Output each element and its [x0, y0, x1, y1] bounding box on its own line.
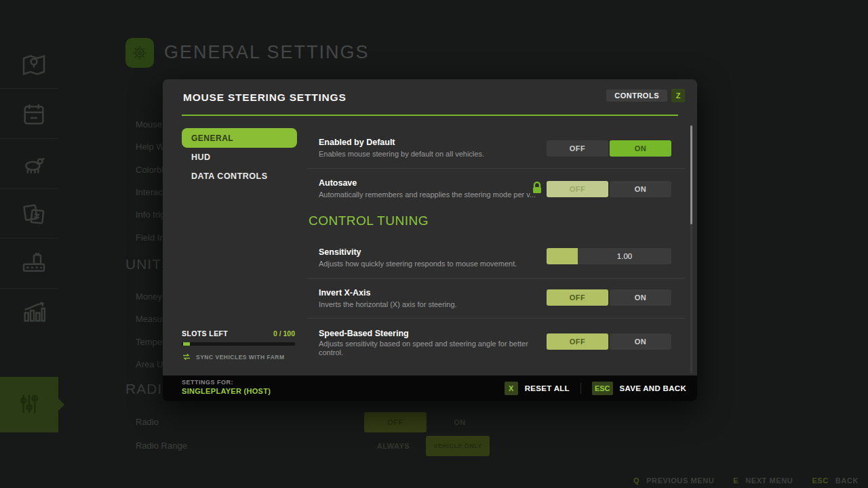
sidebar-divider: [0, 288, 58, 289]
screen-footer: Q PREVIOUS MENU E NEXT MENU ESC BACK: [633, 476, 859, 485]
slider-track: 1.00: [578, 248, 671, 264]
sync-icon: [182, 351, 191, 363]
setting-desc-speed-based-steering: Adjusts sensitivity based on speed and s…: [319, 340, 542, 357]
toggle-on-option[interactable]: ON: [610, 140, 671, 157]
setting-label-speed-based-steering: Speed-Based Steering: [319, 329, 409, 338]
bg-section-units: UNITS: [125, 256, 163, 274]
controls-button[interactable]: CONTROLS: [606, 89, 667, 102]
toggle-invert-x-axis: OFF ON: [547, 289, 671, 306]
previous-menu-key: Q: [633, 476, 639, 485]
toggle-off-option[interactable]: OFF: [547, 289, 608, 306]
page-title: GENERAL SETTINGS: [164, 42, 370, 63]
row-divider: [307, 168, 685, 169]
sidebar-divider: [0, 188, 58, 189]
toggle-on-option[interactable]: ON: [610, 181, 671, 197]
slots-left-value: 0 / 100: [273, 329, 295, 338]
slots-left-label: SLOTS LEFT: [182, 329, 228, 338]
map-icon[interactable]: [20, 52, 47, 79]
bg-menu-item: Money U: [136, 291, 163, 305]
previous-menu-button[interactable]: PREVIOUS MENU: [646, 476, 714, 485]
mouse-steering-settings-dialog: MOUSE STEERING SETTINGS CONTROLS Z GENER…: [163, 79, 697, 401]
reset-all-key-badge: X: [505, 382, 518, 395]
row-divider: [307, 318, 685, 319]
toggle-autosave: OFF ON: [547, 181, 671, 197]
bg-radio-label: Radio: [136, 417, 159, 427]
bg-menu-item: Mouse St: [136, 119, 163, 133]
sidebar-item-settings-selected[interactable]: [0, 377, 58, 432]
toggle-enabled-by-default: OFF ON: [547, 140, 671, 157]
slider-value: 1.00: [617, 252, 632, 260]
general-settings-gear-icon: [125, 38, 154, 68]
bg-section-radio: RADIO: [125, 381, 163, 399]
setting-label-autosave: Autosave: [319, 178, 357, 188]
bg-menu-item: Field Info: [136, 232, 163, 246]
sidebar-selection-notch: [58, 399, 64, 411]
calendar-icon[interactable]: [20, 101, 47, 128]
reset-all-button[interactable]: RESET ALL: [525, 384, 570, 392]
bg-menu-item: Colorblin: [136, 165, 163, 178]
setting-desc-autosave: Automatically remembers and reapplies th…: [319, 190, 542, 199]
toggle-off-option[interactable]: OFF: [547, 181, 608, 197]
back-button[interactable]: BACK: [835, 476, 859, 485]
setting-desc-sensitivity: Adjusts how quickly steering responds to…: [319, 260, 542, 268]
settings-for-profile: SINGLEPLAYER (HOST): [182, 387, 271, 395]
bg-menu-item: Temperat: [136, 337, 163, 350]
slots-left-block: SLOTS LEFT 0 / 100 SYNC VEHICLES WITH FA…: [182, 329, 295, 363]
dialog-scrollbar[interactable]: [690, 125, 692, 373]
controls-key-badge: Z: [671, 89, 685, 102]
save-key-badge: ESC: [592, 382, 613, 395]
tab-hud[interactable]: HUD: [191, 152, 211, 162]
bg-menu-item: Area Uni: [136, 359, 163, 373]
tab-general[interactable]: GENERAL: [182, 128, 297, 148]
bg-radio-range-label: Radio Range: [136, 441, 187, 451]
dialog-title: MOUSE STEERING SETTINGS: [183, 92, 347, 104]
statistics-icon[interactable]: [20, 298, 47, 325]
bg-radio-range-other-button[interactable]: ALWAYS: [370, 436, 417, 456]
toggle-speed-based-steering: OFF ON: [547, 333, 671, 350]
toggle-on-option[interactable]: ON: [610, 333, 671, 350]
controls-shortcut-group[interactable]: CONTROLS Z: [606, 89, 685, 102]
sensitivity-slider[interactable]: 1.00: [547, 248, 671, 264]
bg-menu-item: Info trigg: [136, 209, 163, 223]
bg-radio-other-button[interactable]: ON: [443, 412, 477, 432]
setting-desc-invert-x-axis: Inverts the horizontal (X) axis for stee…: [319, 300, 542, 309]
bg-menu-item: Help Win: [136, 142, 163, 155]
settings-for-caption: SETTINGS FOR:: [182, 379, 271, 386]
sidebar-divider: [0, 138, 58, 139]
slots-progress-bar: [182, 342, 295, 346]
animals-icon[interactable]: [20, 151, 47, 178]
bg-radio-range-selected-button[interactable]: VEHICLE ONLY: [426, 436, 490, 456]
header-accent-line: [182, 115, 678, 116]
sync-vehicles-label[interactable]: SYNC VEHICLES WITH FARM: [196, 354, 285, 361]
slots-progress-fill: [183, 342, 190, 346]
settings-icon: [16, 390, 43, 418]
setting-label-enabled-by-default: Enabled by Default: [319, 138, 395, 147]
back-key: ESC: [812, 476, 828, 485]
sidebar-divider: [0, 238, 58, 239]
sidebar-divider: [0, 88, 58, 89]
contracts-icon[interactable]: [20, 201, 47, 228]
next-menu-button[interactable]: NEXT MENU: [745, 476, 793, 485]
dialog-footer: SETTINGS FOR: SINGLEPLAYER (HOST) X RESE…: [163, 375, 697, 401]
tab-data-controls[interactable]: DATA CONTROLS: [191, 171, 268, 181]
setting-desc-enabled-by-default: Enables mouse steering by default on all…: [319, 150, 542, 159]
production-icon[interactable]: [20, 249, 47, 277]
toggle-off-option[interactable]: OFF: [547, 333, 608, 350]
next-menu-key: E: [733, 476, 738, 485]
toggle-off-option[interactable]: OFF: [547, 140, 608, 157]
scrollbar-thumb[interactable]: [690, 125, 692, 224]
section-heading-control-tuning: CONTROL TUNING: [309, 214, 429, 228]
row-divider: [307, 278, 685, 279]
bg-radio-selected-button[interactable]: OFF: [364, 412, 427, 432]
bg-menu-item: Interactiv: [136, 187, 163, 201]
toggle-on-option[interactable]: ON: [610, 289, 671, 306]
bg-menu-item: Measurin: [136, 314, 163, 327]
setting-label-invert-x-axis: Invert X-Axis: [319, 288, 370, 298]
footer-separator: [580, 383, 581, 394]
save-and-back-button[interactable]: SAVE AND BACK: [620, 384, 686, 392]
lock-icon: [532, 181, 542, 195]
setting-label-sensitivity: Sensitivity: [319, 247, 361, 257]
slider-fill: [547, 248, 578, 264]
